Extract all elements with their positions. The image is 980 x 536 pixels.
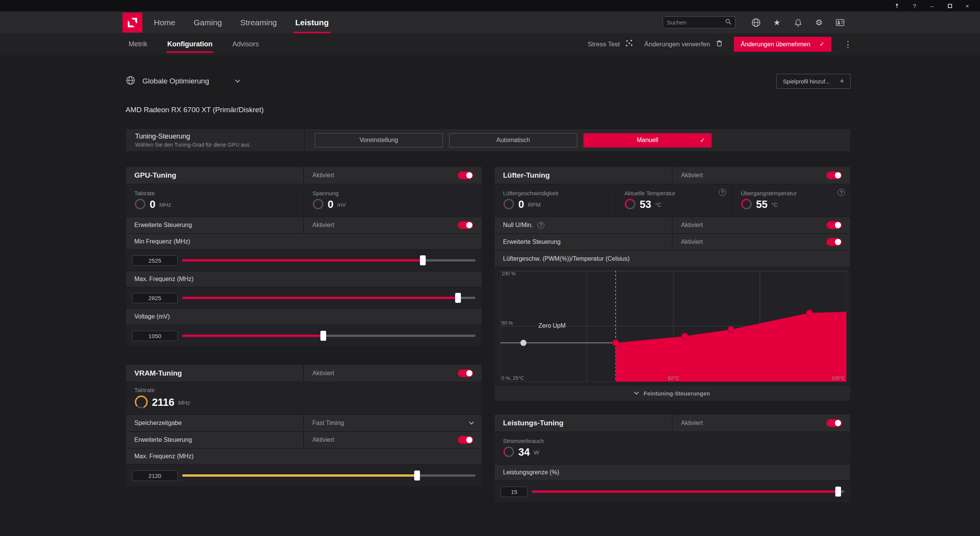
vram-max-frequency-input[interactable]: 2120 bbox=[132, 471, 178, 481]
enabled-label: Aktiviert bbox=[312, 436, 334, 443]
power-draw-label: Stromverbrauch bbox=[503, 438, 544, 444]
tab-advisors[interactable]: Advisors bbox=[232, 33, 259, 55]
nav-leistung[interactable]: Leistung bbox=[295, 11, 329, 33]
amd-logo[interactable] bbox=[122, 13, 142, 33]
nav-home[interactable]: Home bbox=[154, 11, 175, 33]
gpu-tuning-title: GPU-Tuning bbox=[134, 171, 176, 180]
junction-temp-value: 55 bbox=[756, 199, 768, 211]
tuning-control-title: Tuning-Steuerung bbox=[135, 132, 295, 141]
favorites-star-icon[interactable]: ★ bbox=[766, 11, 787, 33]
chevron-down-icon bbox=[469, 420, 474, 425]
voltage-input[interactable]: 1050 bbox=[132, 331, 178, 341]
zero-rpm-label: Null U/Min. bbox=[503, 222, 533, 229]
search-box[interactable] bbox=[663, 16, 735, 28]
close-icon[interactable]: × bbox=[959, 0, 976, 11]
x-axis-mid-label: 62°C bbox=[668, 375, 679, 381]
vram-tuning-toggle[interactable] bbox=[458, 369, 473, 377]
junction-temp-unit: °C bbox=[771, 201, 778, 208]
nav-gaming[interactable]: Gaming bbox=[194, 11, 222, 33]
discard-changes-button[interactable]: Änderungen verwerfen bbox=[644, 39, 723, 49]
memory-timing-value: Fast Timing bbox=[312, 420, 344, 427]
vram-clock-value: 2116 bbox=[152, 397, 175, 409]
performance-subnav: Metrik Konfiguration Advisors Stress Tes… bbox=[0, 33, 980, 55]
add-game-profile-button[interactable]: Spielprofil hinzuf... + bbox=[776, 74, 851, 89]
slider-handle[interactable] bbox=[320, 331, 326, 341]
min-frequency-slider[interactable] bbox=[182, 259, 475, 261]
vram-max-frequency-slider[interactable] bbox=[182, 474, 475, 477]
pin-icon[interactable] bbox=[888, 0, 906, 11]
gpu-clock-unit: MHz bbox=[159, 201, 171, 208]
current-temp-gauge-icon bbox=[624, 198, 636, 211]
manual-tuning-button[interactable]: Manuell ✓ bbox=[583, 133, 712, 147]
max-frequency-slider[interactable] bbox=[182, 297, 475, 299]
power-limit-slider[interactable] bbox=[532, 490, 844, 493]
fan-curve-chart[interactable]: 100 % 50 % 0 %, 25°C 62°C 100°C Zero UpM bbox=[500, 271, 846, 382]
fan-tuning-title: Lüfter-Tuning bbox=[503, 171, 550, 180]
vram-advanced-label: Erweiterte Steuerung bbox=[134, 436, 192, 443]
vram-tuning-panel: VRAM-Tuning Aktiviert Taktrate 2116 MHz bbox=[126, 364, 482, 487]
power-limit-label: Leistungsgrenze (%) bbox=[495, 465, 850, 481]
chevron-down-icon bbox=[235, 78, 240, 83]
gpu-clock-value: 0 bbox=[150, 199, 155, 211]
add-game-profile-label: Spielprofil hinzuf... bbox=[783, 78, 830, 85]
account-icon[interactable] bbox=[830, 11, 851, 33]
power-draw-gauge-icon bbox=[503, 446, 514, 459]
profile-selector[interactable]: Globale Optimierung bbox=[126, 75, 239, 87]
vram-clock-gauge-icon bbox=[134, 395, 148, 410]
slider-handle[interactable] bbox=[420, 255, 426, 265]
gpu-tuning-toggle[interactable] bbox=[458, 172, 473, 179]
tab-metrik[interactable]: Metrik bbox=[129, 33, 147, 55]
fan-tuning-panel: Lüfter-Tuning Aktiviert Lüftergeschwindi… bbox=[494, 167, 851, 401]
gpu-voltage-value: 0 bbox=[328, 199, 333, 211]
slider-handle[interactable] bbox=[414, 471, 420, 480]
enabled-label: Aktiviert bbox=[312, 370, 334, 377]
fan-speed-label: Lüftergeschwindigkeit bbox=[503, 190, 558, 196]
gpu-advanced-toggle[interactable] bbox=[458, 221, 473, 229]
stress-test-button[interactable]: Stress Test bbox=[588, 39, 634, 49]
gpu-voltage-unit: mV bbox=[337, 201, 346, 208]
help-icon[interactable]: ? bbox=[838, 189, 845, 196]
globe-icon[interactable] bbox=[745, 11, 766, 33]
y-axis-50-label: 50 % bbox=[501, 320, 513, 326]
voltage-slider[interactable] bbox=[182, 335, 475, 337]
search-input[interactable] bbox=[667, 19, 725, 26]
power-limit-input[interactable]: 15 bbox=[501, 487, 528, 497]
apply-changes-button[interactable]: Änderungen übernehmen ✓ bbox=[734, 37, 831, 52]
slider-handle[interactable] bbox=[455, 293, 461, 303]
profile-selector-label: Globale Optimierung bbox=[142, 77, 209, 85]
settings-gear-icon[interactable]: ⚙ bbox=[808, 11, 830, 33]
slider-handle[interactable] bbox=[835, 487, 841, 497]
x-axis-max-label: 100°C bbox=[831, 375, 845, 381]
notifications-bell-icon[interactable] bbox=[787, 11, 808, 33]
maximize-icon[interactable] bbox=[941, 0, 959, 11]
enabled-label: Aktiviert bbox=[681, 172, 703, 179]
tuning-control-panel: Tuning-Steuerung Wählen Sie den Tuning-G… bbox=[126, 129, 851, 152]
junction-temp-gauge-icon bbox=[741, 198, 752, 211]
preset-tuning-button[interactable]: Voreinstellung bbox=[315, 133, 443, 147]
zero-rpm-toggle[interactable] bbox=[826, 221, 842, 229]
fine-tuning-expander[interactable]: Feintuning-Steuerungen bbox=[495, 386, 850, 401]
help-icon[interactable]: ? bbox=[719, 189, 726, 196]
fan-advanced-toggle[interactable] bbox=[826, 238, 842, 246]
enabled-label: Aktiviert bbox=[312, 222, 334, 229]
vram-advanced-toggle[interactable] bbox=[458, 436, 473, 444]
tuning-control-subtitle: Wählen Sie den Tuning-Grad für diese GPU… bbox=[135, 142, 295, 148]
gpu-tuning-panel: GPU-Tuning Aktiviert Taktrate 0 MHz bbox=[126, 167, 482, 347]
power-tuning-toggle[interactable] bbox=[826, 419, 842, 427]
automatic-tuning-button[interactable]: Automatisch bbox=[449, 133, 577, 147]
tab-konfiguration[interactable]: Konfiguration bbox=[167, 33, 212, 55]
nav-streaming[interactable]: Streaming bbox=[240, 11, 277, 33]
manual-tuning-label: Manuell bbox=[637, 137, 658, 143]
check-icon: ✓ bbox=[700, 137, 705, 144]
junction-temp-label: Übergangstemperatur bbox=[741, 190, 797, 196]
more-options-kebab-icon[interactable]: ⋮ bbox=[842, 39, 854, 49]
check-icon: ✓ bbox=[820, 41, 825, 48]
memory-timing-select[interactable]: Fast Timing bbox=[304, 415, 482, 431]
help-icon[interactable]: ? bbox=[537, 222, 544, 229]
minimize-icon[interactable]: – bbox=[923, 0, 941, 11]
help-icon[interactable]: ? bbox=[906, 0, 923, 11]
fan-tuning-toggle[interactable] bbox=[826, 172, 842, 179]
search-icon[interactable] bbox=[725, 18, 732, 27]
min-frequency-input[interactable]: 2525 bbox=[132, 255, 178, 266]
max-frequency-input[interactable]: 2825 bbox=[132, 293, 178, 303]
